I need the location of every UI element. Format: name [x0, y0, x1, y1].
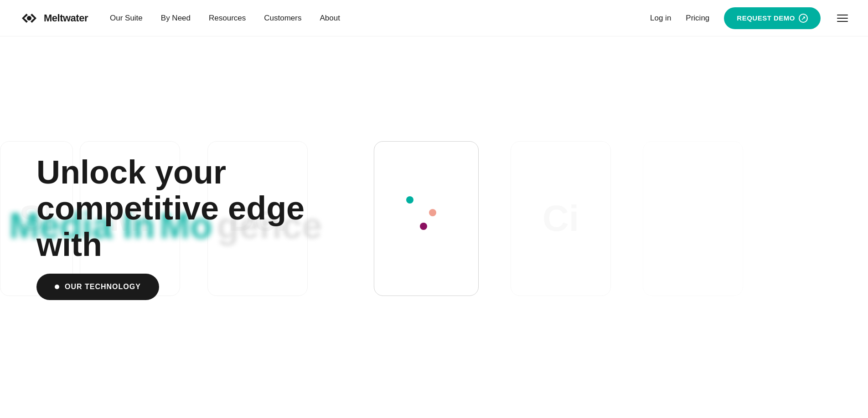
hamburger-line-2 [837, 18, 848, 19]
hero-content: Unlock your competitive edge with OUR TE… [0, 127, 365, 327]
our-technology-button[interactable]: OUR TECHNOLOGY [36, 274, 159, 300]
hamburger-menu-button[interactable] [835, 13, 850, 24]
hero-section: SI MI Do. Ci Media In Mo gence Unlock yo… [0, 36, 868, 418]
login-link[interactable]: Log in [650, 14, 671, 23]
brand-name: Meltwater [44, 12, 88, 24]
pricing-link[interactable]: Pricing [686, 14, 709, 23]
dot-purple [420, 223, 427, 230]
hero-title: Unlock your competitive edge with [36, 154, 328, 263]
background-card-6 [643, 141, 743, 296]
request-demo-label: REQUEST DEMO [737, 14, 795, 22]
nav-resources[interactable]: Resources [209, 14, 246, 23]
arrow-icon: ↗ [799, 14, 808, 23]
meltwater-logo-icon [18, 12, 40, 25]
request-demo-button[interactable]: REQUEST DEMO ↗ [724, 7, 821, 29]
our-technology-label: OUR TECHNOLOGY [65, 283, 141, 291]
navbar-right: Log in Pricing REQUEST DEMO ↗ [650, 7, 850, 29]
navbar-left: Meltwater Our Suite By Need Resources Cu… [18, 12, 340, 25]
nav-by-need[interactable]: By Need [161, 14, 191, 23]
dot-peach [429, 209, 436, 216]
navbar: Meltwater Our Suite By Need Resources Cu… [0, 0, 868, 36]
nav-customers[interactable]: Customers [264, 14, 301, 23]
nav-about[interactable]: About [320, 14, 340, 23]
dots-visualization [374, 142, 478, 296]
button-dot-icon [55, 285, 59, 289]
logo[interactable]: Meltwater [18, 12, 88, 25]
svg-point-0 [27, 16, 31, 20]
dot-teal [406, 196, 413, 204]
hamburger-line-3 [837, 21, 848, 22]
background-card-5: Ci [511, 141, 611, 296]
hamburger-line-1 [837, 15, 848, 15]
card-ghost-text-5: Ci [542, 198, 579, 240]
active-card-dots [374, 141, 479, 296]
nav-links: Our Suite By Need Resources Customers Ab… [110, 14, 340, 23]
nav-our-suite[interactable]: Our Suite [110, 14, 143, 23]
